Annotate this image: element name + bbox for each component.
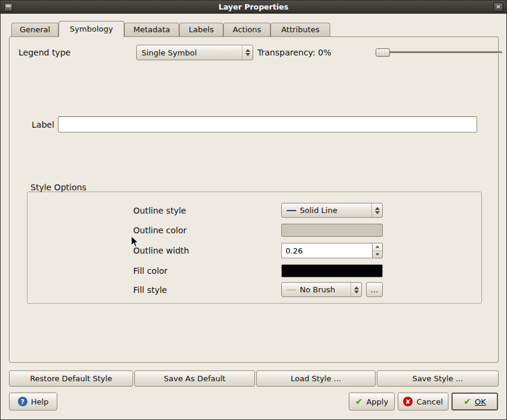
button-label: OK — [475, 397, 486, 406]
tab-metadata[interactable]: Metadata — [124, 23, 179, 36]
ok-icon: ✔ — [463, 397, 471, 406]
close-button[interactable]: ✕ — [493, 2, 503, 12]
button-label: Load Style ... — [291, 374, 342, 383]
help-icon: ? — [18, 397, 27, 406]
layer-properties-dialog: Layer Properties ✕ General Symbology Met… — [0, 0, 507, 420]
outline-style-label: Outline style — [133, 206, 186, 215]
spinner-arrows-icon — [371, 203, 382, 217]
legend-type-value: Single Symbol — [142, 48, 197, 57]
button-label: Cancel — [416, 397, 443, 406]
label-input[interactable] — [58, 116, 477, 132]
outline-width-input[interactable] — [281, 243, 372, 258]
outline-style-value: Solid Line — [300, 206, 337, 215]
button-label: Save Style ... — [412, 374, 463, 383]
tab-actions[interactable]: Actions — [223, 23, 271, 36]
help-button[interactable]: ? Help — [9, 393, 57, 410]
legend-type-select[interactable]: Single Symbol — [136, 45, 253, 60]
outline-color-label: Outline color — [133, 226, 187, 235]
style-options-title: Style Options — [30, 183, 87, 192]
outline-style-select[interactable]: Solid Line — [281, 203, 383, 218]
fill-style-value: No Brush — [300, 285, 335, 294]
fill-color-label: Fill color — [133, 266, 168, 276]
titlebar[interactable]: Layer Properties ✕ — [1, 1, 506, 14]
label-field-label: Label — [32, 120, 54, 129]
mouse-cursor — [131, 236, 139, 248]
fill-color-button[interactable] — [281, 264, 383, 277]
ok-button[interactable]: ✔ OK — [451, 393, 498, 410]
tab-label: Actions — [233, 25, 262, 34]
button-label: Save As Default — [164, 374, 225, 383]
tab-attributes[interactable]: Attributes — [271, 23, 330, 36]
cancel-icon: ✘ — [403, 397, 413, 406]
window-title: Layer Properties — [1, 1, 506, 14]
close-icon: ✕ — [496, 4, 500, 10]
spin-down-button[interactable] — [373, 251, 382, 258]
legend-type-label: Legend type — [19, 48, 70, 57]
restore-default-style-button[interactable]: Restore Default Style — [9, 370, 133, 387]
button-label: Restore Default Style — [30, 374, 112, 383]
slider-handle[interactable] — [376, 48, 390, 57]
transparency-slider[interactable] — [389, 51, 502, 53]
outline-width-label: Outline width — [133, 246, 189, 255]
browse-label: ... — [371, 285, 378, 294]
fill-style-label: Fill style — [133, 285, 167, 295]
tab-label: Metadata — [133, 25, 170, 34]
save-style-button[interactable]: Save Style ... — [377, 370, 499, 387]
spinner-arrows-icon — [351, 283, 361, 297]
tab-label: General — [20, 25, 50, 34]
tab-label: Labels — [189, 25, 214, 34]
spinner-arrows-icon — [242, 45, 253, 60]
tab-symbology[interactable]: Symbology — [59, 21, 124, 37]
apply-icon: ✔ — [355, 397, 363, 406]
cancel-button[interactable]: ✘ Cancel — [398, 393, 448, 410]
tab-label: Symbology — [70, 24, 113, 33]
fill-style-select[interactable]: No Brush — [281, 282, 362, 297]
no-brush-icon — [287, 289, 296, 291]
style-options-group — [27, 192, 482, 304]
solid-line-icon — [287, 210, 296, 211]
save-as-default-button[interactable]: Save As Default — [134, 370, 255, 387]
load-style-button[interactable]: Load Style ... — [256, 370, 376, 387]
window-icon — [4, 3, 13, 11]
apply-button[interactable]: ✔ Apply — [349, 393, 395, 410]
tab-label: Attributes — [281, 25, 319, 34]
button-label: Apply — [366, 397, 388, 406]
button-label: Help — [31, 397, 49, 406]
outline-width-spinbox — [281, 243, 383, 258]
tab-labels[interactable]: Labels — [179, 23, 223, 36]
spin-up-button[interactable] — [373, 243, 382, 251]
transparency-label: Transparency: 0% — [257, 48, 331, 57]
tab-general[interactable]: General — [11, 23, 59, 36]
fill-style-browse-button[interactable]: ... — [366, 282, 383, 297]
outline-color-button[interactable] — [281, 224, 383, 237]
